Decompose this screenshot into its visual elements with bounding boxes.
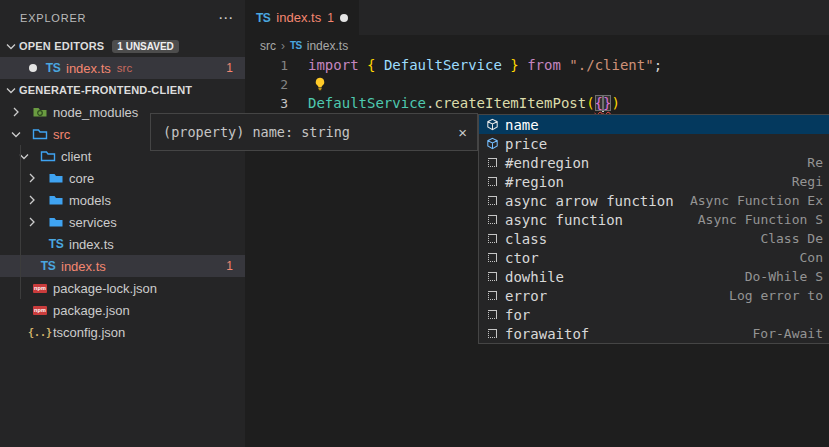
suggest-item--endregion[interactable]: #endregionRe xyxy=(479,153,829,172)
tree-item-package-lock-json[interactable]: npmpackage-lock.json xyxy=(0,277,245,299)
code-token: DefaultService xyxy=(375,57,510,73)
chevron-right-icon[interactable] xyxy=(24,192,40,208)
code-token xyxy=(519,57,527,73)
suggest-detail: For-Await xyxy=(753,326,823,341)
snippet-icon xyxy=(484,326,500,342)
indent-guide xyxy=(20,145,21,299)
open-editors-header[interactable]: OPEN EDITORS 1 UNSAVED xyxy=(0,35,245,57)
suggest-item-error[interactable]: errorLog error to xyxy=(479,286,829,305)
folder-node-icon xyxy=(32,104,48,120)
suggest-detail: Regi xyxy=(792,174,823,189)
typescript-icon: TS xyxy=(290,40,302,51)
chevron-down-icon[interactable] xyxy=(8,126,24,142)
suggest-item-for[interactable]: for xyxy=(479,305,829,324)
braces-icon: {..} xyxy=(32,324,48,340)
lightbulb-icon[interactable] xyxy=(313,78,327,94)
snippet-icon xyxy=(484,307,500,323)
error-count-badge: 1 xyxy=(226,259,245,273)
tree-item-tsconfig-json[interactable]: {..}tsconfig.json xyxy=(0,321,245,343)
chevron-right-icon[interactable] xyxy=(24,170,40,186)
tooltip-text: (property) name: string xyxy=(163,124,350,140)
suggest-detail: Re xyxy=(807,155,823,170)
line-number: 2 xyxy=(245,75,288,94)
file-label: package.json xyxy=(53,303,130,318)
code-token: createItemItemPost xyxy=(434,95,586,111)
breadcrumb-separator: › xyxy=(281,39,285,53)
tree-item-package-json[interactable]: npmpackage.json xyxy=(0,299,245,321)
indent-spacer xyxy=(8,302,24,318)
open-editor-item[interactable]: TSindex.tssrc1 xyxy=(0,57,245,79)
suggest-details-tooltip: (property) name: string × xyxy=(150,113,478,151)
suggest-item-async-function[interactable]: async functionAsync Function S xyxy=(479,210,829,229)
line-number: 1 xyxy=(245,56,288,75)
typescript-icon: TS xyxy=(40,258,56,274)
suggest-label: #region xyxy=(505,174,564,190)
more-actions-icon[interactable]: ⋯ xyxy=(218,13,233,23)
suggest-detail: Class De xyxy=(760,231,823,246)
code-token: from xyxy=(527,57,561,73)
chevron-right-icon[interactable] xyxy=(8,104,24,120)
snippet-icon xyxy=(484,193,500,209)
tree-item-core[interactable]: core xyxy=(0,167,245,189)
npm-icon: npm xyxy=(32,302,48,318)
tab-label: index.ts xyxy=(276,10,321,25)
snippet-icon xyxy=(484,250,500,266)
file-label: index.ts xyxy=(66,61,111,76)
tab-error-count: 1 xyxy=(327,11,334,25)
unsaved-dot-icon[interactable] xyxy=(340,14,348,22)
symbol-field-icon xyxy=(484,136,500,152)
snippet-icon xyxy=(484,155,500,171)
explorer-sidebar: EXPLORER ⋯ OPEN EDITORS 1 UNSAVED TSinde… xyxy=(0,0,245,447)
folder-open-icon xyxy=(32,126,48,142)
tree-item-models[interactable]: models xyxy=(0,189,245,211)
open-editors-label: OPEN EDITORS xyxy=(19,40,104,52)
suggest-item-name[interactable]: name xyxy=(479,115,829,134)
code-line-text xyxy=(308,75,322,94)
suggest-label: async function xyxy=(505,212,623,228)
chevron-down-icon[interactable] xyxy=(3,38,19,54)
suggest-detail: Async Function Ex xyxy=(690,193,823,208)
suggest-label: forawaitof xyxy=(505,326,589,342)
suggest-item--region[interactable]: #regionRegi xyxy=(479,172,829,191)
typescript-icon: TS xyxy=(48,236,64,252)
suggest-detail: Con xyxy=(800,250,823,265)
suggest-item-forawaitof[interactable]: forawaitofFor-Await xyxy=(479,324,829,343)
suggest-detail: Do-While S xyxy=(745,269,823,284)
suggest-label: name xyxy=(505,117,539,133)
breadcrumb-file[interactable]: index.ts xyxy=(307,39,348,53)
tree-item-index-ts[interactable]: TSindex.ts xyxy=(0,233,245,255)
suggest-item-price[interactable]: price xyxy=(479,134,829,153)
npm-icon: npm xyxy=(32,280,48,296)
suggest-label: ctor xyxy=(505,250,539,266)
snippet-icon xyxy=(484,174,500,190)
code-token: import xyxy=(308,57,367,73)
folder-icon xyxy=(48,214,64,230)
code-token: "./client" xyxy=(569,57,653,73)
tab-bar: TS index.ts 1 xyxy=(245,0,829,35)
tab-index-ts[interactable]: TS index.ts 1 xyxy=(245,0,359,35)
code-token: ; xyxy=(654,57,662,73)
tree-item-services[interactable]: services xyxy=(0,211,245,233)
snippet-icon xyxy=(484,269,500,285)
typescript-icon: TS xyxy=(256,11,270,25)
suggest-item-ctor[interactable]: ctorCon xyxy=(479,248,829,267)
code-token: ) xyxy=(611,95,619,111)
vscode-window: EXPLORER ⋯ OPEN EDITORS 1 UNSAVED TSinde… xyxy=(0,0,829,447)
tree-item-index-ts[interactable]: TSindex.ts1 xyxy=(0,255,245,277)
suggest-label: dowhile xyxy=(505,269,564,285)
close-icon[interactable]: × xyxy=(458,124,467,141)
chevron-down-icon[interactable] xyxy=(3,82,19,98)
snippet-icon xyxy=(484,212,500,228)
breadcrumb-folder[interactable]: src xyxy=(260,39,276,53)
chevron-down-icon[interactable] xyxy=(16,148,32,164)
unsaved-dot-icon xyxy=(29,64,37,72)
workspace-header[interactable]: GENERATE-FRONTEND-CLIENT xyxy=(0,79,245,101)
suggest-item-class[interactable]: classClass De xyxy=(479,229,829,248)
suggest-item-dowhile[interactable]: dowhileDo-While S xyxy=(479,267,829,286)
sidebar-header: EXPLORER ⋯ xyxy=(0,0,245,35)
chevron-right-icon[interactable] xyxy=(24,214,40,230)
indent-spacer xyxy=(16,258,32,274)
error-squiggle: {} xyxy=(595,95,612,111)
suggest-item-async-arrow-function[interactable]: async arrow functionAsync Function Ex xyxy=(479,191,829,210)
suggest-widget: nameprice#endregionRe#regionRegiasync ar… xyxy=(478,114,829,344)
